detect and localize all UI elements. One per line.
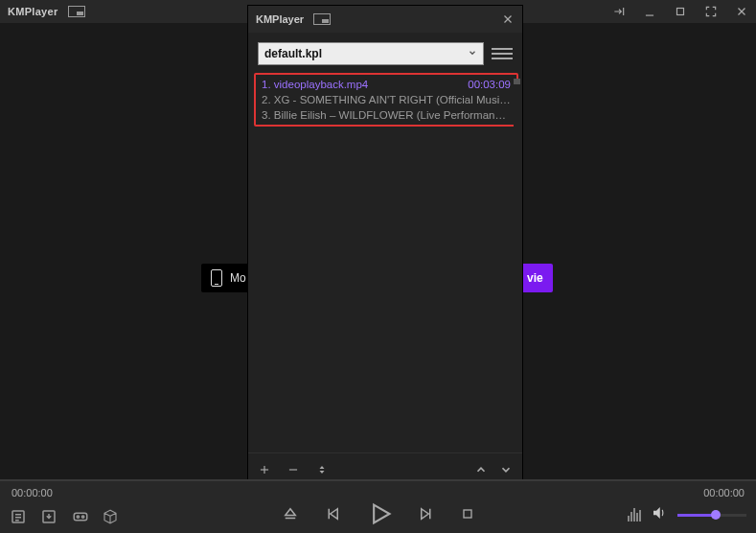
svg-marker-10 [320, 471, 325, 474]
remove-icon[interactable] [286, 463, 300, 476]
volume-thumb[interactable] [711, 510, 721, 520]
pip-icon[interactable] [68, 6, 85, 17]
maximize-icon[interactable] [674, 5, 687, 18]
time-total: 00:00:00 [703, 487, 745, 498]
playlist-select[interactable]: default.kpl [258, 42, 484, 65]
playlist-titlebar[interactable]: KMPlayer [248, 6, 522, 33]
svg-rect-26 [464, 510, 471, 518]
phone-icon [211, 269, 222, 287]
next-icon[interactable] [418, 505, 435, 522]
volume-icon[interactable] [651, 504, 668, 525]
svg-marker-9 [320, 466, 325, 469]
eject-icon[interactable] [282, 505, 299, 522]
svg-marker-23 [374, 505, 389, 523]
playlist-menu-icon[interactable] [492, 43, 513, 64]
close-icon[interactable] [735, 5, 748, 18]
playlist-close-icon[interactable] [501, 12, 515, 26]
playlist-scrollbar-thumb[interactable] [514, 79, 520, 84]
volume-slider[interactable] [677, 514, 746, 517]
playlist-item[interactable]: 2. XG - SOMETHING AIN'T RIGHT (Official … [258, 92, 515, 107]
playlist-item[interactable]: 3. Billie Eilish – WILDFLOWER (Live Perf… [258, 107, 515, 123]
time-elapsed: 00:00:00 [11, 487, 53, 498]
fullscreen-icon[interactable] [704, 5, 718, 18]
add-icon[interactable] [258, 463, 271, 476]
playlist-icon[interactable] [10, 508, 27, 525]
previous-icon[interactable] [324, 505, 341, 522]
svg-marker-22 [330, 509, 337, 520]
playlist-item-duration: 00:03:09 [468, 79, 511, 90]
chevron-down-icon [468, 47, 477, 60]
playlist-item-text: 2. XG - SOMETHING AIN'T RIGHT (Official … [262, 94, 511, 105]
play-icon[interactable] [366, 500, 393, 527]
playlist-items-highlight: 1. videoplayback.mp4 00:03:09 2. XG - SO… [254, 73, 518, 127]
svg-point-18 [82, 516, 84, 518]
movie-label: vie [527, 271, 543, 285]
playlist-item-text: 3. Billie Eilish – WILDFLOWER (Live Perf… [262, 109, 511, 121]
playlist-title: KMPlayer [256, 13, 304, 25]
vr-icon[interactable] [71, 508, 88, 525]
move-down-icon[interactable] [499, 463, 513, 476]
svg-rect-16 [74, 513, 87, 521]
playlist-scrollbar[interactable] [514, 79, 520, 443]
playlist-item-text: 1. videoplayback.mp4 [262, 79, 462, 90]
stop-icon[interactable] [460, 506, 475, 521]
playlist-panel: KMPlayer default.kpl 1. videoplayback.mp… [247, 5, 523, 486]
minimize-icon[interactable] [643, 5, 656, 18]
svg-point-17 [77, 516, 79, 518]
playlist-select-value: default.kpl [264, 47, 322, 60]
playlist-item[interactable]: 1. videoplayback.mp4 00:03:09 [258, 77, 515, 92]
control-bar: 00:00:00 00:00:00 [0, 479, 756, 533]
svg-rect-1 [677, 9, 684, 15]
svg-marker-19 [285, 509, 295, 516]
move-up-icon[interactable] [474, 463, 488, 476]
playlist-pip-icon[interactable] [313, 13, 331, 25]
equalizer-icon[interactable] [628, 508, 641, 521]
svg-marker-24 [421, 509, 428, 520]
mobile-label: Mo [230, 271, 246, 285]
download-icon[interactable] [40, 508, 57, 525]
sort-icon[interactable] [315, 463, 329, 476]
progress-bar[interactable] [0, 479, 756, 481]
app-title: KMPlayer [8, 6, 58, 17]
cube-icon[interactable] [102, 508, 119, 525]
pin-icon[interactable] [612, 5, 626, 18]
